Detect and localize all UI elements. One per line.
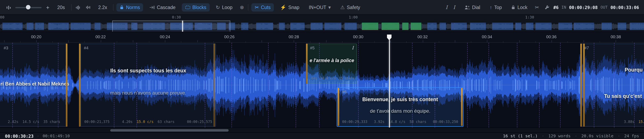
dial-button[interactable]: Dial [462, 3, 484, 11]
overview-tick-label: 0:30 [172, 15, 181, 19]
block-edge-handle[interactable] [580, 44, 582, 127]
cuts-button[interactable]: ✂ Cuts [252, 3, 274, 11]
top-button[interactable]: ↑ Top [486, 3, 505, 11]
cut-marker [268, 43, 268, 128]
waveform-scrub-icon[interactable] [74, 4, 82, 11]
block-edge-handle[interactable] [583, 44, 585, 127]
playhead[interactable] [389, 40, 390, 128]
overview-tick-label: 1:00 [349, 15, 358, 19]
ruler-tick [568, 41, 568, 42]
subtitle-text-line1: Pourqu [625, 67, 643, 73]
in-out-dropdown[interactable]: IN+OUT ▾ [306, 3, 334, 11]
overview-timeline[interactable]: 0:000:301:001:30 [0, 15, 644, 32]
subtitle-block-7[interactable]: #7 Pourqu Tu sais qu'c'est 3.88s 15. [581, 44, 644, 127]
ruler-tick [52, 41, 53, 42]
overview-tick-label: 0:00 [0, 15, 4, 19]
duration-value: 2.42s [8, 120, 18, 124]
cps-value: 14.8 c/s [388, 120, 406, 124]
status-bar: 00:00:30:23 · 00:01:49:10 16 st (1 sel.)… [0, 132, 644, 139]
lock-button[interactable]: Lock [508, 3, 531, 11]
clear-loop-icon[interactable]: ⊗ [239, 4, 245, 11]
lightning-icon: ⚡ [280, 5, 286, 10]
ruler-tick [84, 41, 85, 42]
subtitle-block-6-selected[interactable]: #6 Bienvenue, je suis très content de t'… [337, 87, 464, 127]
visible-window-box[interactable] [112, 20, 230, 32]
split-scissors-icon[interactable]: ✂ [534, 4, 540, 11]
text-cursor-icons[interactable]: I I [444, 4, 458, 11]
warning-icon: ⚠ [340, 5, 345, 10]
block-edge-handle[interactable] [306, 44, 308, 84]
subtitle-block-3[interactable]: #3 ri Ben Abbes et Nabil Meknes 2.42s 14… [0, 44, 67, 127]
ruler-tick [197, 40, 198, 42]
selection-in-timecode: 00:00:29:08 [569, 5, 598, 10]
loop-button[interactable]: ↻ Loop [212, 3, 236, 11]
ruler-tick [4, 40, 4, 42]
ruler-tick-label: 00:20 [31, 34, 41, 39]
ruler-tick [552, 40, 552, 42]
timeline-ruler[interactable]: 00:2000:2200:2400:2600:2800:3000:3200:34… [0, 32, 644, 43]
subtitle-block-4[interactable]: #4 Ils sont suspects tous les deux mais … [80, 44, 216, 127]
cut-marker [488, 43, 489, 128]
out-point-handle[interactable] [461, 88, 463, 126]
in-label: IN [562, 5, 566, 10]
block-edge-handle[interactable] [214, 44, 215, 127]
block-edge-handle[interactable] [66, 44, 68, 127]
visible-duration: 20.0s visible [575, 134, 614, 138]
cut-marker [467, 43, 468, 128]
subtitle-number: #4 [84, 46, 88, 50]
overview-tick-label: 1:30 [525, 15, 534, 19]
cascade-button[interactable]: Cascade [146, 3, 179, 11]
ruler-tick-label: 00:24 [160, 34, 170, 39]
subtitle-number: #3 [4, 46, 8, 50]
duration-value: 3.92s [374, 120, 384, 124]
zoom-in-button[interactable]: + [44, 4, 51, 10]
subtitle-text-line2: de t'avoir dans mon équipe. [370, 108, 430, 114]
out-timecode: 00:00:25,575 [187, 120, 212, 124]
overview-ruler: 0:000:301:001:30 [0, 15, 644, 20]
horizontal-scrollbar[interactable] [0, 128, 644, 132]
audio-meter-icon[interactable] [5, 4, 12, 11]
subtitle-block-5[interactable]: #5 I e l'armée à la police .64s 14.9 c/s… [307, 44, 357, 84]
subtitle-stats-row: .64s 14.9 c/s 25 chars [309, 76, 356, 80]
subtitle-text-line1: Bienvenue, je suis très content [362, 97, 438, 102]
zoom-slider[interactable] [15, 4, 42, 10]
ruler-tick [439, 41, 439, 42]
overview-strip[interactable] [0, 20, 644, 32]
ruler-tick [584, 40, 584, 42]
safety-button[interactable]: ⚠ Safety [337, 3, 364, 11]
subtitle-text-line1: Ils sont suspects tous les deux [110, 68, 186, 74]
toolbar-divider [71, 4, 71, 10]
subtitle-stats-row: 00:00:21,375 4.20s 15.0 c/s 63 chars 00:… [84, 120, 212, 124]
toolbar-divider [113, 4, 114, 10]
zoom-slider-knob[interactable] [26, 5, 30, 9]
people-icon [465, 5, 470, 9]
scrollbar-thumb[interactable] [110, 129, 229, 132]
current-timecode: 00:00:30:23 [5, 134, 34, 138]
app-window: + 20s 2.2x Norms Cascade Blocks [0, 0, 644, 139]
block-edge-handle[interactable] [79, 44, 80, 127]
ruler-tick [600, 41, 600, 42]
norms-button[interactable]: Norms [116, 3, 143, 11]
ruler-tick [117, 41, 117, 42]
zoom-window-label[interactable]: 20s [54, 3, 68, 11]
lock-icon [512, 5, 516, 10]
ruler-tick [262, 40, 262, 42]
cps-value: 14.9 c/s [320, 76, 336, 80]
ruler-tick [487, 40, 487, 42]
snap-button[interactable]: ⚡ Snap [277, 3, 303, 11]
in-timecode: 00:00:29,333 [342, 120, 368, 124]
ruler-tick [213, 41, 214, 42]
in-point-handle[interactable] [338, 88, 339, 126]
playback-rate-label[interactable]: 2.2x [95, 3, 110, 11]
dial-label: Dial [472, 5, 480, 10]
toolbar-divider [248, 4, 248, 10]
tools-wrench-icon[interactable] [543, 4, 550, 11]
overview-playhead[interactable] [182, 20, 183, 32]
subtitle-number: #6 [342, 90, 347, 94]
waveform-timeline[interactable]: 00:2000:2200:2400:2600:2800:3000:3200:34… [0, 32, 644, 128]
cut-marker [560, 43, 560, 128]
subtitle-stats-row: 2.42s 14.5 c/s 35 chars [8, 120, 60, 124]
up-arrow-icon: ↑ [490, 5, 492, 10]
blocks-button[interactable]: Blocks [182, 3, 210, 11]
waveform-speed-icon[interactable] [84, 4, 92, 11]
